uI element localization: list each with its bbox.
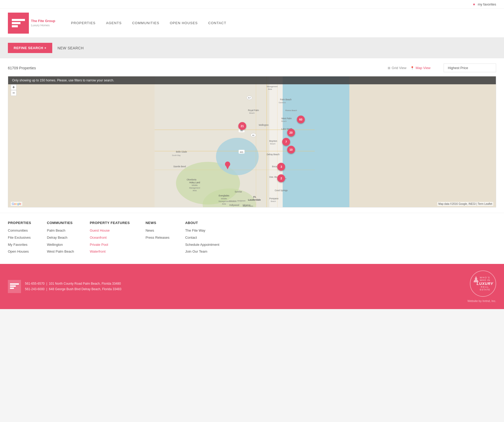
footer-link-press-releases[interactable]: Press Releases [145, 235, 169, 241]
svg-text:Wellington: Wellington [259, 124, 269, 126]
svg-text:Coral Springs: Coral Springs [275, 189, 287, 192]
footer-link-delray-beach[interactable]: Delray Beach [47, 235, 74, 241]
svg-text:Beach: Beach [281, 120, 287, 122]
footer-link-west-palm-beach[interactable]: West Palm Beach [47, 249, 74, 254]
top-bar: ★ my favorites [0, 0, 504, 9]
main-nav: PROPERTIES AGENTS COMMUNITIES OPEN HOUSE… [71, 21, 226, 25]
footer-contact-line1: 561-655-6570 | 101 North County Road Pal… [25, 281, 121, 287]
sort-select[interactable]: Highest Price Lowest Price Newest Oldest [444, 64, 496, 72]
footer-link-private-pool[interactable]: Private Pool [90, 242, 130, 248]
marker-pin[interactable] [225, 161, 230, 169]
nav-agents[interactable]: AGENTS [106, 21, 122, 25]
marker-10[interactable]: 10 [287, 146, 295, 154]
svg-point-5 [216, 138, 259, 175]
footer-col-heading-communities: Communities [47, 221, 74, 225]
nav-open-houses[interactable]: OPEN HOUSES [170, 21, 198, 25]
footer-col-news: News News Press Releases [145, 221, 169, 256]
favorites-link[interactable]: ★ my favorites [472, 2, 496, 6]
map-view-button[interactable]: 📍 Map View [410, 66, 430, 70]
footer-col-heading-news: News [145, 221, 169, 225]
results-header: 61709 Properties ⊞ Grid View 📍 Map View … [8, 64, 496, 72]
grid-view-button[interactable]: ⊞ Grid View [388, 66, 406, 70]
refine-search-button[interactable]: REFINE SEARCH + [8, 43, 52, 53]
footer-phone-1: 561-655-6570 [25, 282, 45, 285]
footer-logo-box [8, 280, 21, 293]
view-options: ⊞ Grid View 📍 Map View [388, 66, 430, 70]
footer-link-fite-exclusives[interactable]: Fite Exclusives [8, 235, 31, 241]
map-notice-text: Only showing up to 150 homes. Please, us… [12, 79, 114, 82]
zoom-in-button[interactable]: + [11, 84, 17, 90]
footer-link-oceanfront[interactable]: Oceanfront [90, 235, 130, 241]
marker-2[interactable]: 2 [277, 174, 285, 182]
marker-20[interactable]: 20 [287, 129, 295, 137]
grid-icon: ⊞ [388, 66, 390, 70]
svg-text:Area: Area [268, 88, 272, 90]
svg-text:West Palm: West Palm [281, 117, 292, 120]
nav-communities[interactable]: COMMUNITIES [132, 21, 159, 25]
grid-view-label: Grid View [392, 66, 406, 70]
svg-text:Andytown: Andytown [237, 200, 245, 202]
map-zoom-controls: + − [11, 84, 17, 96]
bottom-footer: 561-655-6570 | 101 North County Road Pal… [0, 264, 504, 309]
footer-link-palm-beach[interactable]: Palm Beach [47, 228, 74, 233]
svg-text:Everglades: Everglades [219, 195, 229, 197]
search-bar: REFINE SEARCH + NEW SEARCH [0, 38, 504, 58]
map-svg: 95 441 Belle Glade South Bay Siamile Ben… [8, 76, 496, 207]
svg-text:Riviera Beach: Riviera Beach [285, 110, 297, 112]
footer-link-contact[interactable]: Contact [185, 235, 219, 241]
footer-col-heading-features: Property Features [90, 221, 130, 225]
footer-link-communities[interactable]: Communities [8, 228, 31, 233]
map-attribution-text: Map data ©2016 Google, INEGI | Term Leaf… [438, 202, 492, 205]
footer-contact-line2: 561-243-6000 | 648 George Bush Blvd Delr… [25, 286, 121, 292]
footer-link-wellington[interactable]: Wellington [47, 242, 74, 248]
svg-text:Beach: Beach [270, 143, 275, 145]
footer-link-guest-house[interactable]: Guest House [90, 228, 130, 233]
nav-contact[interactable]: CONTACT [208, 21, 226, 25]
marker-7[interactable]: 7 [282, 138, 290, 146]
footer-col-features: Property Features Guest House Oceanfront… [90, 221, 130, 256]
luxury-seal: ♟ WHO'S WHO IN LUXURY REAL ESTATE [470, 270, 496, 297]
footer-link-fite-way[interactable]: The Fite Way [185, 228, 219, 233]
seal-figure-icon: ♟ [472, 275, 480, 284]
svg-text:Management: Management [189, 187, 200, 189]
svg-text:Wildlife: Wildlife [192, 184, 198, 186]
logo-line-1 [12, 19, 25, 21]
logo-lines [12, 19, 25, 27]
company-name: The Fite Group [31, 19, 55, 23]
svg-text:Area: Area [193, 190, 197, 192]
marker-60[interactable]: 60 [297, 116, 305, 123]
svg-text:Delray Beach: Delray Beach [267, 153, 280, 156]
footer-link-news[interactable]: News [145, 228, 169, 233]
footer-link-join-team[interactable]: Join Our Team [185, 249, 219, 254]
footer-logo: 561-655-6570 | 101 North County Road Pal… [8, 280, 121, 293]
luxury-seal-circle: ♟ WHO'S WHO IN LUXURY REAL ESTATE [470, 270, 496, 297]
svg-text:Beach: Beach [271, 200, 276, 202]
footer-col-about: About The Fite Way Contact Schedule Appo… [185, 221, 219, 256]
favorites-label: my favorites [478, 2, 496, 6]
zoom-out-button[interactable]: − [11, 90, 17, 96]
svg-text:Wildlife: Wildlife [221, 198, 227, 200]
map-container[interactable]: Only showing up to 150 homes. Please, us… [8, 76, 496, 207]
footer-link-waterfront[interactable]: Waterfront [90, 249, 130, 254]
logo[interactable]: The Fite Group Luxury Homes [8, 13, 55, 34]
svg-text:Royal Palm: Royal Palm [248, 109, 259, 112]
svg-text:Okeelanta: Okeelanta [187, 179, 197, 181]
svg-text:80: 80 [252, 134, 254, 137]
nav-properties[interactable]: PROPERTIES [71, 21, 96, 25]
logo-line-3 [12, 25, 18, 27]
svg-text:Management: Management [267, 86, 278, 88]
marker-21[interactable]: 21 [238, 122, 246, 130]
footer-link-schedule[interactable]: Schedule Appointment [185, 242, 219, 248]
footer-col-heading-about: About [185, 221, 219, 225]
footer-link-open-houses[interactable]: Open Houses [8, 249, 31, 254]
map-attribution: Map data ©2016 Google, INEGI | Term Leaf… [437, 202, 493, 206]
footer-link-my-favorites[interactable]: My Favorites [8, 242, 31, 248]
svg-text:Boynton: Boynton [269, 140, 277, 142]
svg-text:Lauderdale: Lauderdale [248, 199, 261, 201]
new-search-link[interactable]: NEW SEARCH [57, 46, 84, 50]
svg-text:Palm Beach: Palm Beach [280, 98, 292, 101]
logo-text: The Fite Group Luxury Homes [31, 19, 55, 28]
marker-3[interactable]: 3 [277, 163, 285, 171]
star-icon: ★ [472, 2, 476, 6]
svg-text:Management: Management [219, 200, 230, 202]
